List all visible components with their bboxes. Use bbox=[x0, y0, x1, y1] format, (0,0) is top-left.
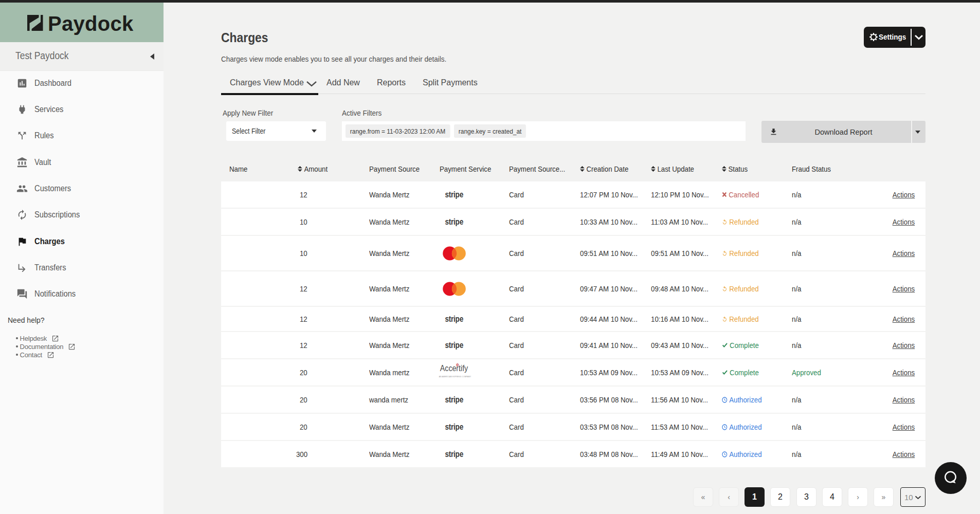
svg-text:Paydock: Paydock bbox=[48, 15, 134, 35]
